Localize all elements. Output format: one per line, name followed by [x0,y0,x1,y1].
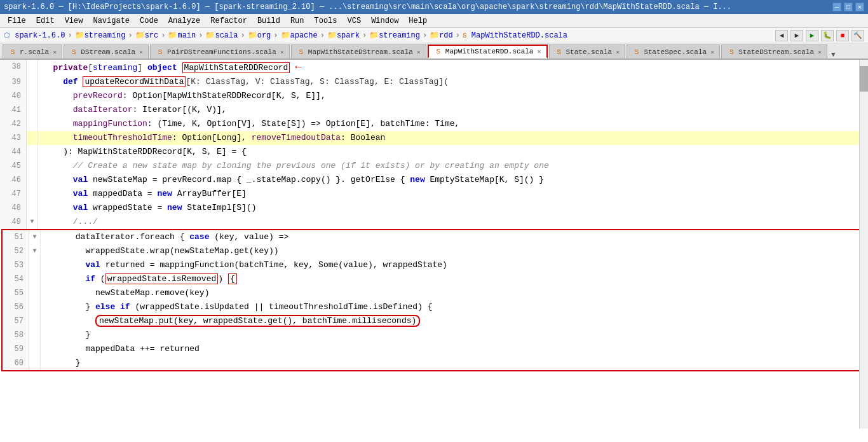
line-num-45: 45 [0,159,27,173]
fold-43[interactable] [27,131,38,145]
menu-window[interactable]: Window [366,15,403,27]
fold-59[interactable] [29,342,41,356]
fold-48[interactable] [27,201,38,215]
fold-52[interactable]: ▼ [29,244,41,258]
breadcrumb-main[interactable]: 📁main [168,31,196,40]
menu-navigate[interactable]: Navigate [88,15,135,27]
fold-38[interactable] [27,60,38,75]
line-num-48: 48 [0,201,27,215]
menu-build[interactable]: Build [252,15,285,27]
stop-button[interactable]: ■ [836,30,849,41]
tab-close-pairdstream[interactable]: ✕ [280,48,284,56]
code-line-47: 47 val mappedData = new ArrayBuffer[E] [0,187,868,201]
code-content-42: mappingFunction: (Time, K, Option[V], St… [38,117,868,131]
code-line-48: 48 val wrappedState = new StateImpl[S]() [0,201,868,215]
window-controls[interactable]: — □ ✕ [832,3,864,11]
breadcrumb-spark[interactable]: 📁spark [327,31,360,40]
code-content-53: val returned = mappingFunction(batchTime… [41,258,865,272]
breadcrumb-toolbar: ◀ ▶ ▶ 🐛 ■ 🔨 [775,30,864,41]
fold-55[interactable] [29,286,41,300]
menu-file[interactable]: File [3,15,31,27]
code-content-44: ): MapWithStateRDDRecord[K, S, E] = { [38,145,868,159]
breadcrumb-scala-folder[interactable]: 📁scala [205,31,238,40]
fold-51[interactable]: ▼ [29,230,41,244]
code-content-47: val mappedData = new ArrayBuffer[E] [38,187,868,201]
tab-close-mapwithstatedstream[interactable]: ✕ [417,48,421,56]
fold-56[interactable] [29,300,41,314]
menu-run[interactable]: Run [285,15,309,27]
scrollbar[interactable] [859,60,868,429]
fold-53[interactable] [29,258,41,272]
code-line-41: 41 dataIterator: Iterator[(K, V)], [0,103,868,117]
fold-58[interactable] [29,328,41,342]
menu-refactor[interactable]: Refactor [205,15,252,27]
breadcrumb-project[interactable]: ⬡ spark-1.6.0 [4,31,65,40]
build-button[interactable]: 🔨 [851,30,864,41]
tab-overflow-indicator[interactable]: ▼ [831,51,836,59]
fold-46[interactable] [27,173,38,187]
code-line-55: 55 newStateMap.remove(key) [3,286,865,300]
menu-edit[interactable]: Edit [31,15,60,27]
breadcrumb-org[interactable]: 📁org [248,31,271,40]
line-num-49: 49 [0,215,27,229]
tab-state[interactable]: S State.scala ✕ [549,45,626,59]
menu-help[interactable]: Help [403,15,432,27]
fold-44[interactable] [27,145,38,159]
code-line-60: 60 } [3,356,865,370]
code-content-45: // Create a new state map by cloning the… [38,159,868,173]
tab-close-dstream[interactable]: ✕ [139,48,143,56]
tab-pairdstream[interactable]: S PairDStreamFunctions.scala ✕ [150,45,290,59]
breadcrumb-file[interactable]: S MapWithStateRDD.scala [463,31,567,40]
maximize-button[interactable]: □ [844,3,853,11]
tab-dstream[interactable]: S DStream.scala ✕ [64,45,149,59]
fold-42[interactable] [27,117,38,131]
fold-49[interactable]: ▼ [27,215,38,229]
menu-tools[interactable]: Tools [309,15,342,27]
tab-label-r: r.scala [20,48,49,56]
tab-close-r[interactable]: ✕ [53,48,57,56]
fold-39[interactable] [27,75,38,89]
close-button[interactable]: ✕ [855,3,864,11]
tab-close-mapwithstaterdd[interactable]: ✕ [537,48,541,55]
tab-close-statespec[interactable]: ✕ [710,48,714,56]
tab-close-statedstream[interactable]: ✕ [818,48,822,56]
tab-close-state[interactable]: ✕ [616,48,620,56]
breadcrumb-streaming2[interactable]: 📁streaming [369,31,420,40]
tab-r-scala[interactable]: S r.scala ✕ [3,45,62,59]
fold-41[interactable] [27,103,38,117]
breadcrumb-bar: ⬡ spark-1.6.0 › 📁streaming › 📁src › 📁mai… [0,28,868,43]
breadcrumb-rdd[interactable]: 📁rdd [430,31,453,40]
fold-54[interactable] [29,272,41,286]
code-content-54: if (wrappedState.isRemoved) { [41,272,865,286]
nav-back-button[interactable]: ◀ [775,30,788,41]
tab-statedstream[interactable]: S StateDStream.scala ✕ [721,45,827,59]
scroll-thumb[interactable] [860,66,868,92]
code-line-46: 46 val newStateMap = prevRecord.map { _.… [0,173,868,187]
fold-45[interactable] [27,159,38,173]
code-editor[interactable]: 38 private[streaming] object MapWithStat… [0,60,868,442]
breadcrumb-apache[interactable]: 📁apache [281,31,318,40]
menu-bar: File Edit View Navigate Code Analyze Ref… [0,14,868,28]
menu-vcs[interactable]: VCS [342,15,367,27]
tab-mapwithstatedstream[interactable]: S MapWithStateDStream.scala ✕ [291,45,426,59]
breadcrumb-streaming[interactable]: 📁streaming [75,31,126,40]
code-line-58: 58 } [3,328,865,342]
breadcrumb-src[interactable]: 📁src [135,31,159,40]
code-line-39: 39 def updateRecordWithData[K: ClassTag,… [0,75,868,89]
nav-forward-button[interactable]: ▶ [790,30,803,41]
debug-button[interactable]: 🐛 [821,30,834,41]
menu-analyze[interactable]: Analyze [163,15,205,27]
tab-statespec[interactable]: S StateSpec.scala ✕ [627,45,720,59]
run-button[interactable]: ▶ [806,30,818,41]
minimize-button[interactable]: — [832,3,841,11]
fold-57[interactable] [29,314,41,328]
tab-mapwithstaterdd[interactable]: S MapWithStateRDD.scala ✕ [428,45,548,59]
tab-label-state: State.scala [566,48,613,56]
menu-code[interactable]: Code [135,15,163,27]
fold-60[interactable] [29,356,41,370]
title-bar: spark-1.6.0 — [H:\IdeaProjects\spark-1.6… [0,0,868,14]
fold-47[interactable] [27,187,38,201]
code-content-52: wrappedState.wrap(newStateMap.get(key)) [41,244,865,258]
fold-40[interactable] [27,89,38,103]
menu-view[interactable]: View [60,15,88,27]
